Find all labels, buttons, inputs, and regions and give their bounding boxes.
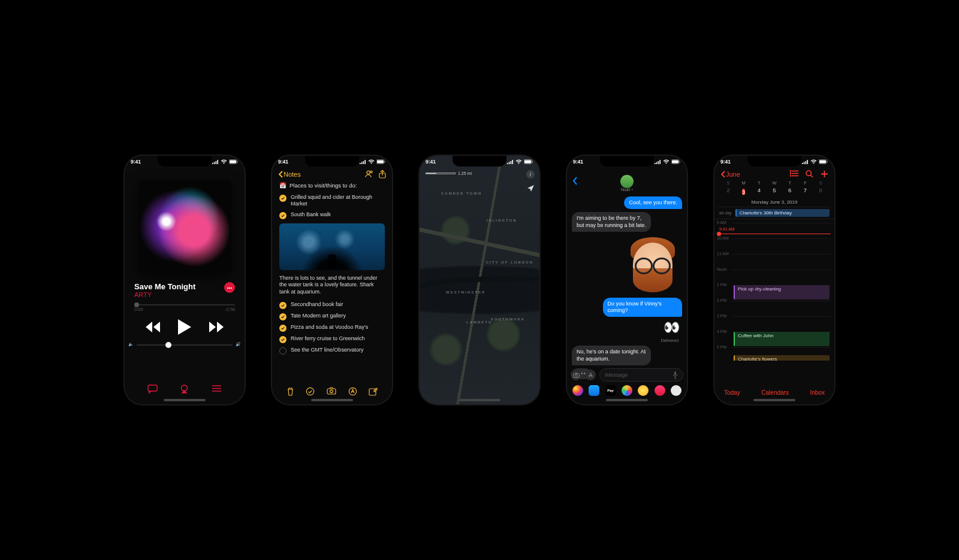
scrubber[interactable] <box>134 304 235 305</box>
eyes-sticker[interactable]: 👀 <box>664 320 677 335</box>
inbox-button[interactable]: Inbox <box>810 389 825 396</box>
app-icon-apple-pay[interactable]: Pay <box>605 385 616 396</box>
memoji-sticker[interactable] <box>627 236 678 293</box>
all-day-label: all-day <box>719 211 732 215</box>
track-artist[interactable]: ARTY <box>134 291 195 298</box>
checklist-item[interactable]: Tate Modern art gallery <box>279 311 385 322</box>
cellular-icon <box>802 159 809 164</box>
svg-rect-6 <box>377 161 384 164</box>
checklist-button[interactable] <box>306 387 315 396</box>
home-indicator[interactable] <box>459 399 500 401</box>
hour-label: 2 PM <box>717 298 726 302</box>
event-coffee[interactable]: Coffee with John <box>734 332 830 346</box>
album-art[interactable] <box>138 180 231 273</box>
day-cell[interactable]: 5 <box>767 187 782 197</box>
camera-button[interactable] <box>571 370 581 380</box>
message-thread[interactable]: Cool, see you there. I'm aiming to be th… <box>567 194 687 379</box>
checkmark-icon[interactable] <box>279 212 287 219</box>
checklist-item[interactable]: River ferry cruise to Greenwich <box>279 334 385 345</box>
home-indicator[interactable] <box>606 399 648 401</box>
camera-button[interactable] <box>327 387 336 395</box>
volume-slider[interactable]: 🔈 🔊 <box>137 344 233 346</box>
previous-button[interactable] <box>146 322 160 332</box>
checklist-item-label: Tate Modern art gallery <box>291 313 346 319</box>
map-canvas[interactable]: CAMDEN TOWN ISLINGTON CITY OF LONDON WES… <box>420 156 539 404</box>
app-icon-photos[interactable] <box>622 385 632 396</box>
svg-rect-26 <box>819 161 826 164</box>
message-input[interactable]: iMessage <box>599 368 683 382</box>
markup-button[interactable] <box>348 387 357 396</box>
message-placeholder: iMessage <box>605 372 628 378</box>
day-cell[interactable]: 8 <box>813 187 828 197</box>
app-icon-music[interactable] <box>655 385 665 396</box>
day-cell[interactable]: 6 <box>782 187 798 197</box>
map-label-southwark: SOUTHWARK <box>491 317 525 321</box>
info-button[interactable]: i <box>526 170 535 178</box>
day-grid[interactable]: 9 AM 10 AM 11 AM Noon 1 PM 2 PM 3 PM 4 P… <box>714 219 834 361</box>
checklist-item[interactable]: See the GMT line/Observatory <box>279 345 385 356</box>
message-sent[interactable]: Cool, see you there. <box>624 196 682 209</box>
more-button[interactable]: ••• <box>224 282 235 293</box>
list-view-button[interactable] <box>790 170 798 177</box>
next-button[interactable] <box>209 322 224 332</box>
add-button[interactable] <box>821 170 828 178</box>
airplay-button[interactable] <box>179 385 189 393</box>
queue-button[interactable] <box>212 385 222 392</box>
message-received[interactable]: I'm aiming to be there by 7, but may be … <box>572 212 651 232</box>
collaborate-button[interactable] <box>364 170 373 178</box>
note-paragraph[interactable]: There is lots to see, and the tunnel und… <box>272 273 392 299</box>
share-button[interactable] <box>379 170 386 178</box>
checklist-item[interactable]: Grilled squid and cider at Borough Marke… <box>279 192 385 210</box>
home-indicator[interactable] <box>164 399 206 401</box>
day-cell[interactable]: 4 <box>751 187 767 197</box>
event-flowers[interactable]: Charlotte's flowers <box>734 355 830 361</box>
contact-avatar[interactable] <box>620 175 634 188</box>
home-indicator[interactable] <box>311 399 353 401</box>
day-row[interactable]: 2 3 4 5 6 7 8 <box>714 186 834 199</box>
event-dry-cleaning[interactable]: Pick up dry-cleaning <box>734 285 830 299</box>
play-button[interactable] <box>178 319 191 335</box>
notch <box>158 156 212 167</box>
back-button[interactable] <box>572 176 578 187</box>
chevron-left-icon <box>278 171 283 178</box>
all-day-row[interactable]: all-day Charlotte's 30th Birthday <box>714 207 834 219</box>
checkmark-icon[interactable] <box>279 336 287 343</box>
checklist-item[interactable]: Pizza and soda at Voodoo Ray's <box>279 322 385 334</box>
app-icon-store[interactable] <box>589 385 599 396</box>
home-indicator[interactable] <box>753 399 795 401</box>
compose-button[interactable] <box>369 387 378 396</box>
checklist-item[interactable]: Secondhand book fair <box>279 299 385 311</box>
all-day-event[interactable]: Charlotte's 30th Birthday <box>735 209 830 217</box>
checkmark-icon[interactable] <box>279 325 287 332</box>
day-cell[interactable]: 7 <box>798 187 813 197</box>
lyrics-button[interactable] <box>147 385 158 393</box>
locate-button[interactable] <box>527 184 535 192</box>
checkmark-icon[interactable] <box>279 347 287 355</box>
back-button[interactable]: June <box>720 171 740 178</box>
today-button[interactable]: Today <box>724 389 740 396</box>
wifi-icon <box>810 159 817 164</box>
message-received[interactable]: No, he's on a date tonight. At the aquar… <box>572 346 651 365</box>
search-button[interactable] <box>806 170 813 178</box>
app-icon-animoji[interactable] <box>638 385 649 396</box>
weekday: F <box>798 180 813 186</box>
app-strip[interactable]: Pay <box>569 385 684 396</box>
app-store-button[interactable] <box>585 370 596 380</box>
calendars-button[interactable]: Calendars <box>761 389 789 396</box>
hour-label: 10 AM <box>717 236 729 240</box>
checkmark-icon[interactable] <box>279 195 287 202</box>
app-icon-generic[interactable] <box>671 385 681 396</box>
day-cell[interactable]: 2 <box>720 187 736 197</box>
dictate-icon[interactable] <box>672 371 678 379</box>
message-sent[interactable]: Do you know if Vinny's coming? <box>603 298 682 317</box>
back-button[interactable]: Notes <box>278 171 301 178</box>
checkmark-icon[interactable] <box>279 302 287 309</box>
battery-icon <box>671 159 681 164</box>
note-image-aquarium[interactable] <box>279 223 385 270</box>
contact-name[interactable]: Noel › <box>621 187 633 192</box>
checklist-item[interactable]: South Bank walk <box>279 210 385 221</box>
checkmark-icon[interactable] <box>279 313 287 320</box>
app-icon-memoji[interactable] <box>572 385 583 396</box>
day-cell-selected[interactable]: 3 <box>736 187 752 197</box>
delete-button[interactable] <box>287 387 294 396</box>
